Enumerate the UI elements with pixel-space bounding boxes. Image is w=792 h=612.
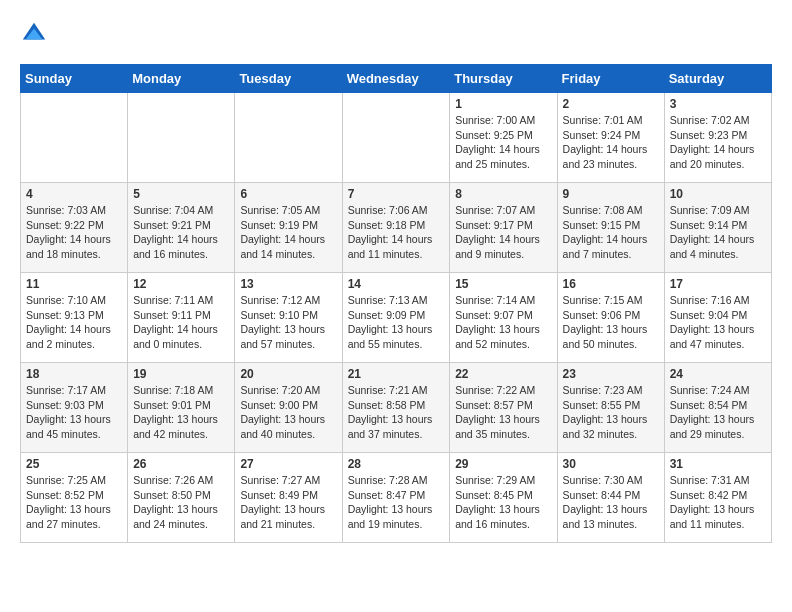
calendar-cell: 22Sunrise: 7:22 AMSunset: 8:57 PMDayligh…	[450, 363, 557, 453]
cell-info-text: Sunrise: 7:28 AMSunset: 8:47 PMDaylight:…	[348, 473, 445, 532]
cell-info-text: Sunrise: 7:31 AMSunset: 8:42 PMDaylight:…	[670, 473, 766, 532]
cell-info-text: Sunrise: 7:30 AMSunset: 8:44 PMDaylight:…	[563, 473, 659, 532]
cell-date-number: 27	[240, 457, 336, 471]
calendar-cell: 5Sunrise: 7:04 AMSunset: 9:21 PMDaylight…	[128, 183, 235, 273]
cell-info-text: Sunrise: 7:26 AMSunset: 8:50 PMDaylight:…	[133, 473, 229, 532]
calendar-cell: 17Sunrise: 7:16 AMSunset: 9:04 PMDayligh…	[664, 273, 771, 363]
cell-info-text: Sunrise: 7:16 AMSunset: 9:04 PMDaylight:…	[670, 293, 766, 352]
calendar-cell: 13Sunrise: 7:12 AMSunset: 9:10 PMDayligh…	[235, 273, 342, 363]
calendar-cell: 29Sunrise: 7:29 AMSunset: 8:45 PMDayligh…	[450, 453, 557, 543]
cell-info-text: Sunrise: 7:23 AMSunset: 8:55 PMDaylight:…	[563, 383, 659, 442]
cell-date-number: 2	[563, 97, 659, 111]
calendar-cell: 12Sunrise: 7:11 AMSunset: 9:11 PMDayligh…	[128, 273, 235, 363]
cell-info-text: Sunrise: 7:29 AMSunset: 8:45 PMDaylight:…	[455, 473, 551, 532]
cell-date-number: 9	[563, 187, 659, 201]
cell-info-text: Sunrise: 7:21 AMSunset: 8:58 PMDaylight:…	[348, 383, 445, 442]
cell-date-number: 25	[26, 457, 122, 471]
calendar-cell: 16Sunrise: 7:15 AMSunset: 9:06 PMDayligh…	[557, 273, 664, 363]
cell-date-number: 31	[670, 457, 766, 471]
cell-date-number: 24	[670, 367, 766, 381]
cell-info-text: Sunrise: 7:03 AMSunset: 9:22 PMDaylight:…	[26, 203, 122, 262]
cell-info-text: Sunrise: 7:10 AMSunset: 9:13 PMDaylight:…	[26, 293, 122, 352]
cell-info-text: Sunrise: 7:22 AMSunset: 8:57 PMDaylight:…	[455, 383, 551, 442]
cell-date-number: 1	[455, 97, 551, 111]
cell-info-text: Sunrise: 7:24 AMSunset: 8:54 PMDaylight:…	[670, 383, 766, 442]
calendar-cell: 20Sunrise: 7:20 AMSunset: 9:00 PMDayligh…	[235, 363, 342, 453]
cell-date-number: 18	[26, 367, 122, 381]
calendar-cell: 1Sunrise: 7:00 AMSunset: 9:25 PMDaylight…	[450, 93, 557, 183]
calendar-cell	[128, 93, 235, 183]
cell-info-text: Sunrise: 7:01 AMSunset: 9:24 PMDaylight:…	[563, 113, 659, 172]
logo	[20, 20, 52, 48]
calendar-cell: 4Sunrise: 7:03 AMSunset: 9:22 PMDaylight…	[21, 183, 128, 273]
cell-date-number: 17	[670, 277, 766, 291]
cell-info-text: Sunrise: 7:17 AMSunset: 9:03 PMDaylight:…	[26, 383, 122, 442]
cell-date-number: 21	[348, 367, 445, 381]
calendar-week-row: 4Sunrise: 7:03 AMSunset: 9:22 PMDaylight…	[21, 183, 772, 273]
cell-info-text: Sunrise: 7:07 AMSunset: 9:17 PMDaylight:…	[455, 203, 551, 262]
cell-date-number: 26	[133, 457, 229, 471]
calendar-week-row: 11Sunrise: 7:10 AMSunset: 9:13 PMDayligh…	[21, 273, 772, 363]
calendar-cell: 28Sunrise: 7:28 AMSunset: 8:47 PMDayligh…	[342, 453, 450, 543]
page-header	[20, 20, 772, 48]
calendar-cell: 18Sunrise: 7:17 AMSunset: 9:03 PMDayligh…	[21, 363, 128, 453]
calendar-cell: 27Sunrise: 7:27 AMSunset: 8:49 PMDayligh…	[235, 453, 342, 543]
calendar-cell: 30Sunrise: 7:30 AMSunset: 8:44 PMDayligh…	[557, 453, 664, 543]
cell-date-number: 12	[133, 277, 229, 291]
day-header-sunday: Sunday	[21, 65, 128, 93]
calendar-cell: 11Sunrise: 7:10 AMSunset: 9:13 PMDayligh…	[21, 273, 128, 363]
cell-date-number: 5	[133, 187, 229, 201]
calendar-cell: 9Sunrise: 7:08 AMSunset: 9:15 PMDaylight…	[557, 183, 664, 273]
calendar-cell: 7Sunrise: 7:06 AMSunset: 9:18 PMDaylight…	[342, 183, 450, 273]
day-header-friday: Friday	[557, 65, 664, 93]
day-header-wednesday: Wednesday	[342, 65, 450, 93]
cell-info-text: Sunrise: 7:11 AMSunset: 9:11 PMDaylight:…	[133, 293, 229, 352]
cell-date-number: 20	[240, 367, 336, 381]
cell-date-number: 29	[455, 457, 551, 471]
day-header-monday: Monday	[128, 65, 235, 93]
cell-date-number: 4	[26, 187, 122, 201]
cell-date-number: 6	[240, 187, 336, 201]
cell-info-text: Sunrise: 7:15 AMSunset: 9:06 PMDaylight:…	[563, 293, 659, 352]
calendar-cell: 2Sunrise: 7:01 AMSunset: 9:24 PMDaylight…	[557, 93, 664, 183]
day-header-thursday: Thursday	[450, 65, 557, 93]
cell-info-text: Sunrise: 7:00 AMSunset: 9:25 PMDaylight:…	[455, 113, 551, 172]
calendar-cell: 8Sunrise: 7:07 AMSunset: 9:17 PMDaylight…	[450, 183, 557, 273]
cell-date-number: 30	[563, 457, 659, 471]
cell-info-text: Sunrise: 7:20 AMSunset: 9:00 PMDaylight:…	[240, 383, 336, 442]
calendar-cell: 26Sunrise: 7:26 AMSunset: 8:50 PMDayligh…	[128, 453, 235, 543]
cell-date-number: 11	[26, 277, 122, 291]
calendar-cell: 24Sunrise: 7:24 AMSunset: 8:54 PMDayligh…	[664, 363, 771, 453]
cell-info-text: Sunrise: 7:05 AMSunset: 9:19 PMDaylight:…	[240, 203, 336, 262]
cell-date-number: 15	[455, 277, 551, 291]
calendar-week-row: 18Sunrise: 7:17 AMSunset: 9:03 PMDayligh…	[21, 363, 772, 453]
cell-info-text: Sunrise: 7:09 AMSunset: 9:14 PMDaylight:…	[670, 203, 766, 262]
calendar-week-row: 1Sunrise: 7:00 AMSunset: 9:25 PMDaylight…	[21, 93, 772, 183]
cell-date-number: 14	[348, 277, 445, 291]
cell-date-number: 13	[240, 277, 336, 291]
cell-date-number: 28	[348, 457, 445, 471]
calendar-cell: 19Sunrise: 7:18 AMSunset: 9:01 PMDayligh…	[128, 363, 235, 453]
calendar-cell: 14Sunrise: 7:13 AMSunset: 9:09 PMDayligh…	[342, 273, 450, 363]
cell-date-number: 7	[348, 187, 445, 201]
calendar-table: SundayMondayTuesdayWednesdayThursdayFrid…	[20, 64, 772, 543]
cell-info-text: Sunrise: 7:13 AMSunset: 9:09 PMDaylight:…	[348, 293, 445, 352]
cell-date-number: 10	[670, 187, 766, 201]
cell-info-text: Sunrise: 7:06 AMSunset: 9:18 PMDaylight:…	[348, 203, 445, 262]
logo-icon	[20, 20, 48, 48]
day-header-tuesday: Tuesday	[235, 65, 342, 93]
cell-info-text: Sunrise: 7:25 AMSunset: 8:52 PMDaylight:…	[26, 473, 122, 532]
calendar-cell	[342, 93, 450, 183]
calendar-week-row: 25Sunrise: 7:25 AMSunset: 8:52 PMDayligh…	[21, 453, 772, 543]
calendar-cell: 31Sunrise: 7:31 AMSunset: 8:42 PMDayligh…	[664, 453, 771, 543]
cell-info-text: Sunrise: 7:14 AMSunset: 9:07 PMDaylight:…	[455, 293, 551, 352]
cell-date-number: 3	[670, 97, 766, 111]
cell-date-number: 16	[563, 277, 659, 291]
calendar-cell: 6Sunrise: 7:05 AMSunset: 9:19 PMDaylight…	[235, 183, 342, 273]
calendar-cell: 10Sunrise: 7:09 AMSunset: 9:14 PMDayligh…	[664, 183, 771, 273]
cell-date-number: 22	[455, 367, 551, 381]
calendar-cell	[21, 93, 128, 183]
calendar-cell: 3Sunrise: 7:02 AMSunset: 9:23 PMDaylight…	[664, 93, 771, 183]
cell-info-text: Sunrise: 7:18 AMSunset: 9:01 PMDaylight:…	[133, 383, 229, 442]
calendar-cell: 25Sunrise: 7:25 AMSunset: 8:52 PMDayligh…	[21, 453, 128, 543]
